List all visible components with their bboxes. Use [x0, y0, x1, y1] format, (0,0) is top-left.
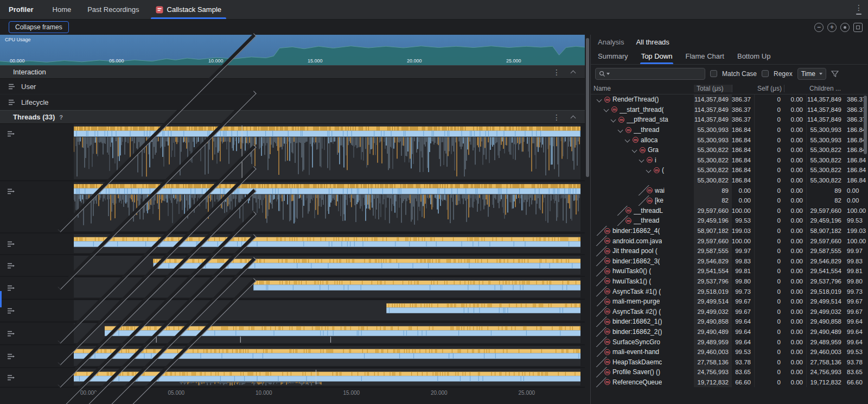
tree-row[interactable]: mAsyncTask #1() (29,518,01999.7300.0029,…: [591, 286, 867, 296]
interaction-kebab-icon[interactable]: ⋮: [553, 69, 560, 75]
thread-label[interactable]: RenderThread: [0, 255, 74, 276]
threads-header[interactable]: Threads (33) ? ⋮: [0, 110, 585, 124]
function-name: binder:16862_1(): [612, 318, 662, 325]
tab-home[interactable]: Home: [44, 0, 80, 19]
search-text-field[interactable]: [611, 70, 701, 78]
thread-label[interactable]: AsyncTask #2: [0, 368, 74, 387]
collapse-section-icon[interactable]: [571, 116, 576, 121]
collapse-chevron-icon[interactable]: [604, 107, 609, 112]
thread-row[interactable]: RenderThread: [0, 233, 585, 255]
cell-total: 29,597,660: [694, 206, 732, 216]
thread-label[interactable]: RenderThread: [0, 233, 74, 254]
tree-row[interactable]: mSurfaceSyncGro29,489,95999.6400.0029,48…: [591, 337, 867, 347]
column-header-self[interactable]: Self (μs): [755, 85, 784, 92]
column-header-children[interactable]: Children ...: [807, 85, 867, 92]
tree-row[interactable]: mRenderThread()114,357,849386.3700.00114…: [591, 94, 867, 105]
tree-row[interactable]: mbinder:16862_2()29,490,48999.6400.0029,…: [591, 327, 867, 337]
tab-summary[interactable]: Summary: [598, 52, 628, 64]
thread-row[interactable]: android.com.ja...: [0, 124, 585, 181]
cell-total: 55,300,822: [694, 145, 732, 155]
tree-row[interactable]: m[ke820.0000.00820.00: [591, 195, 867, 206]
tree-row[interactable]: 55,300,822186.8400.0055,300,822186.84: [591, 175, 867, 186]
reset-zoom-icon[interactable]: [840, 23, 850, 32]
tree-row[interactable]: m__thread55,300,993186.8400.0055,300,993…: [591, 125, 867, 135]
tree-row[interactable]: mmali-mem-purge29,499,51499.6700.0029,49…: [591, 296, 867, 307]
zoom-out-icon[interactable]: −: [814, 23, 824, 32]
collapse-chevron-icon[interactable]: [632, 147, 637, 153]
tree-row[interactable]: m__thread29,459,19699.5300.0029,459,1969…: [591, 216, 867, 226]
tree-row[interactable]: m__threadL29,597,660100.0000.0029,597,66…: [591, 206, 867, 216]
collapse-chevron-icon[interactable]: [639, 157, 644, 163]
interaction-row-user[interactable]: User: [0, 79, 585, 94]
filter-icon[interactable]: [831, 71, 839, 77]
column-header-total[interactable]: Total (μs): [694, 85, 732, 92]
tab-all-threads[interactable]: All threads: [636, 38, 669, 46]
tree-row[interactable]: mbinder:16862_3(29,546,82999.8300.0029,5…: [591, 256, 867, 267]
collapse-section-icon[interactable]: [571, 71, 576, 76]
search-input[interactable]: [595, 68, 705, 80]
cell-self: 0: [755, 206, 784, 216]
thread-label[interactable]: HeapTaskDae...: [0, 323, 74, 344]
thread-label[interactable]: AsyncTask #1: [0, 345, 74, 367]
search-history-caret-icon[interactable]: [607, 73, 610, 75]
tree-row[interactable]: mhwuiTask0() (29,541,55499.8100.0029,541…: [591, 266, 867, 276]
cell-children: 89: [807, 185, 845, 195]
cpu-usage-chart[interactable]: CPU Usage 00.00005.00010.00015.00020.000…: [0, 35, 585, 65]
time-dropdown[interactable]: Time: [797, 68, 826, 80]
thread-label[interactable]: RenderThread: [0, 300, 74, 321]
tree-row[interactable]: mProfile Saver() ()24,756,99383.6500.002…: [591, 367, 867, 377]
tree-row[interactable]: mReferenceQueue19,712,83266.6000.0019,71…: [591, 377, 867, 388]
collapse-chevron-icon[interactable]: [625, 137, 630, 143]
match-case-checkbox[interactable]: [710, 70, 717, 77]
tree-row[interactable]: m__pthread_sta114,357,849386.3700.00114,…: [591, 115, 867, 125]
tab-top-down[interactable]: Top Down: [641, 52, 673, 64]
tree-row[interactable]: malloca55,300,993186.8400.0055,300,99318…: [591, 135, 867, 145]
thread-label[interactable]: RenderThread: [0, 277, 74, 299]
tree-row[interactable]: mbinder:16862_4(58,907,182199.0300.0058,…: [591, 226, 867, 236]
collapse-chevron-icon[interactable]: [611, 117, 616, 123]
tree-row[interactable]: mAsyncTask #2() (29,499,03299.6700.0029,…: [591, 306, 867, 317]
tab-callstack-sample[interactable]: Callstack Sample: [148, 0, 229, 19]
collapse-chevron-icon[interactable]: [618, 127, 623, 132]
column-header-name[interactable]: Name: [591, 85, 694, 92]
collapse-chevron-icon[interactable]: [646, 168, 652, 173]
method-icon: m: [626, 207, 631, 213]
zoom-in-icon[interactable]: +: [827, 23, 837, 32]
main-split: CPU Usage 00.00005.00010.00015.00020.000…: [0, 35, 868, 404]
tree-row[interactable]: mi55,300,822186.8400.0055,300,822186.84: [591, 155, 867, 166]
cell-self-pct: 0.00: [784, 377, 807, 388]
tree-row[interactable]: mHeapTaskDaemc27,758,13693.7800.0027,758…: [591, 357, 867, 367]
thread-track[interactable]: [74, 124, 580, 179]
tree-row[interactable]: mJit thread pool (29,587,55599.9700.0029…: [591, 246, 867, 256]
zoom-to-selection-icon[interactable]: [853, 23, 863, 32]
interaction-row-lifecycle[interactable]: Lifecycle: [0, 94, 585, 110]
threads-kebab-icon[interactable]: ⋮: [553, 114, 560, 121]
tree-row[interactable]: mGra55,300,822186.8400.0055,300,822186.8…: [591, 145, 867, 155]
tab-past-recordings[interactable]: Past Recordings: [79, 0, 147, 19]
regex-checkbox[interactable]: [762, 70, 769, 77]
scrollbar-thumb[interactable]: [586, 38, 589, 177]
minimize-icon[interactable]: [856, 14, 861, 15]
collapse-frames-button[interactable]: Collapse frames: [9, 21, 69, 33]
right-scrollbar-thumb[interactable]: [864, 96, 867, 154]
thread-label[interactable]: android.com.ja...: [0, 124, 74, 180]
tree-row[interactable]: mbinder:16862_1()29,490,85899.6400.0029,…: [591, 317, 867, 327]
tab-flame-chart[interactable]: Flame Chart: [685, 52, 724, 64]
collapse-chevron-icon[interactable]: [597, 97, 602, 102]
interaction-header[interactable]: Interaction ⋮: [0, 65, 585, 79]
tree-row[interactable]: m(55,300,822186.8400.0055,300,822186.84: [591, 165, 867, 175]
tab-analysis[interactable]: Analysis: [598, 38, 624, 46]
thread-track[interactable]: [74, 182, 580, 231]
help-icon[interactable]: ?: [59, 114, 63, 121]
tree-row[interactable]: mwai890.0000.00890.00: [591, 185, 867, 195]
thread-row[interactable]: RenderThread: [0, 181, 585, 233]
tree-row[interactable]: mandroid.com.java29,597,660100.0000.0029…: [591, 236, 867, 246]
left-scrollbar[interactable]: [585, 35, 590, 404]
tab-bottom-up[interactable]: Bottom Up: [737, 52, 770, 64]
kebab-menu-icon[interactable]: ⋮: [855, 4, 863, 11]
thread-row[interactable]: RenderThread: [0, 277, 585, 300]
tree-row[interactable]: m__start_thread(114,357,849386.3700.0011…: [591, 105, 867, 115]
tree-row[interactable]: mhwuiTask1() (29,537,79699.8000.0029,537…: [591, 276, 867, 287]
tree-row[interactable]: mmali-event-hand29,460,00399.5300.0029,4…: [591, 347, 867, 357]
thread-label[interactable]: RenderThread: [0, 181, 74, 232]
